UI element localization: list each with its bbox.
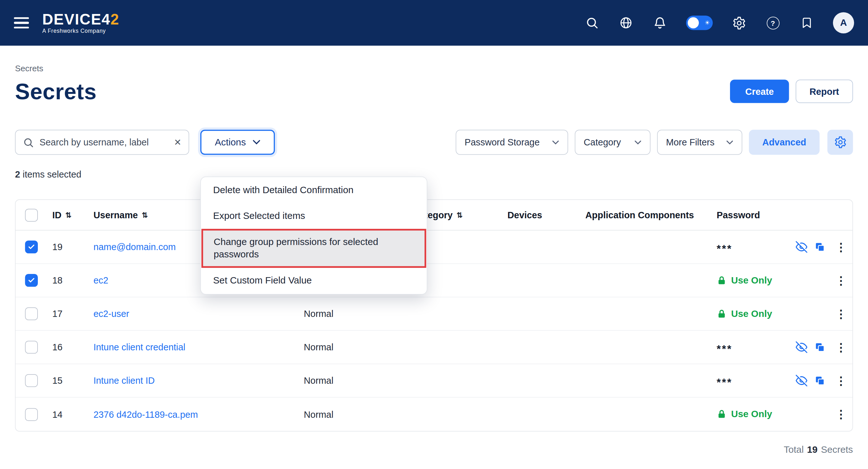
username-link[interactable]: 2376 d42do-1189-ca.pem xyxy=(93,409,198,419)
breadcrumb-item[interactable]: Secrets xyxy=(15,64,43,73)
selection-label: items selected xyxy=(20,169,82,179)
copy-password-icon[interactable] xyxy=(814,242,825,252)
col-header-username[interactable]: Username xyxy=(93,210,138,220)
chevron-down-icon xyxy=(252,140,260,145)
row-menu-icon[interactable]: ⋮ xyxy=(836,275,847,286)
top-navbar: DEVICE42 A Freshworks Company ☀ ? xyxy=(0,0,868,46)
globe-icon[interactable] xyxy=(618,15,634,31)
use-only-badge: Use Only xyxy=(717,409,772,420)
actions-menu-item[interactable]: Export Selected items xyxy=(201,203,427,229)
row-menu-icon[interactable]: ⋮ xyxy=(836,375,847,386)
row-menu-icon[interactable]: ⋮ xyxy=(836,342,847,353)
row-password: *** xyxy=(711,231,830,263)
row-checkbox[interactable] xyxy=(25,341,37,353)
clear-search-icon[interactable]: ✕ xyxy=(174,137,181,148)
actions-menu-item-highlighted[interactable]: Change group permissions for selected pa… xyxy=(202,229,426,268)
row-col-a xyxy=(222,297,299,330)
username-link[interactable]: name@domain.com xyxy=(93,242,176,252)
sort-icon[interactable]: ⇅ xyxy=(142,211,148,219)
theme-toggle[interactable]: ☀ xyxy=(686,16,713,30)
row-category xyxy=(407,331,502,364)
report-button[interactable]: Report xyxy=(796,80,853,103)
bookmark-icon[interactable] xyxy=(799,15,814,31)
table-row: 16Intune client credentialNormal***⋮ xyxy=(16,331,852,364)
row-col-a xyxy=(222,364,299,397)
advanced-button[interactable]: Advanced xyxy=(749,130,820,155)
selection-status: 2 items selected xyxy=(15,169,853,180)
copy-password-icon[interactable] xyxy=(814,376,825,386)
masked-password: *** xyxy=(717,242,732,255)
row-col-a xyxy=(222,331,299,364)
brand-logo[interactable]: DEVICE42 A Freshworks Company xyxy=(42,12,120,34)
row-devices xyxy=(502,264,580,297)
bell-icon[interactable] xyxy=(652,15,668,31)
row-application-components xyxy=(580,331,711,364)
brand-subtitle: A Freshworks Company xyxy=(42,28,120,34)
username-link[interactable]: Intune client credential xyxy=(93,342,185,353)
row-menu-icon[interactable]: ⋮ xyxy=(836,241,847,253)
lock-icon xyxy=(717,275,727,286)
table-settings-button[interactable] xyxy=(827,130,853,155)
row-menu-icon[interactable]: ⋮ xyxy=(836,308,847,319)
app-root: DEVICE42 A Freshworks Company ☀ ? xyxy=(0,0,868,469)
row-password: Use Only xyxy=(711,264,830,297)
reveal-password-icon[interactable] xyxy=(796,375,808,387)
gear-icon[interactable] xyxy=(731,15,747,31)
row-col-b: Normal xyxy=(298,331,407,364)
table-row: 15Intune client IDNormal***⋮ xyxy=(16,364,852,398)
select-all-checkbox[interactable] xyxy=(25,208,37,221)
row-checkbox[interactable] xyxy=(25,274,37,287)
chevron-down-icon xyxy=(726,140,734,144)
username-link[interactable]: ec2 xyxy=(93,275,108,286)
more-filters-dropdown[interactable]: More Filters xyxy=(657,130,742,155)
copy-password-icon[interactable] xyxy=(814,342,825,353)
page-title: Secrets xyxy=(15,79,97,104)
actions-menu-item[interactable]: Delete with Detailed Confirmation xyxy=(201,178,427,203)
search-icon[interactable] xyxy=(584,15,600,31)
actions-label: Actions xyxy=(215,137,246,148)
row-checkbox[interactable] xyxy=(25,374,37,387)
brand-accent: 2 xyxy=(110,11,119,28)
breadcrumb: Secrets xyxy=(15,64,853,74)
row-col-b: Normal xyxy=(298,364,407,397)
table-row: 142376 d42do-1189-ca.pemNormalUse Only⋮ xyxy=(16,398,852,431)
row-checkbox[interactable] xyxy=(25,408,37,421)
row-col-b: Normal xyxy=(298,297,407,330)
reveal-password-icon[interactable] xyxy=(796,241,808,253)
masked-password: *** xyxy=(717,376,732,388)
use-only-badge: Use Only xyxy=(717,308,772,319)
username-link[interactable]: Intune client ID xyxy=(93,376,155,386)
sort-icon[interactable]: ⇅ xyxy=(457,211,463,219)
category-filter[interactable]: Category xyxy=(575,130,651,155)
create-button[interactable]: Create xyxy=(730,80,789,103)
chevron-down-icon xyxy=(552,140,559,144)
search-box-icon xyxy=(23,137,34,148)
total-label: Total xyxy=(784,444,804,456)
sort-icon[interactable]: ⇅ xyxy=(65,211,71,219)
row-category xyxy=(407,297,502,330)
row-menu-icon[interactable]: ⋮ xyxy=(836,409,847,420)
avatar[interactable]: A xyxy=(833,12,854,34)
total-entity: Secrets xyxy=(821,444,853,456)
category-filter-label: Category xyxy=(584,137,621,148)
username-link[interactable]: ec2-user xyxy=(93,309,129,319)
total-count: 19 xyxy=(807,444,817,456)
col-header-id[interactable]: ID xyxy=(53,210,62,220)
menu-icon[interactable] xyxy=(14,17,29,28)
row-application-components xyxy=(580,364,711,397)
reveal-password-icon[interactable] xyxy=(796,342,808,353)
table-body: 19name@domain.com***⋮18ec2AmazonBurntUse… xyxy=(16,231,852,431)
help-icon[interactable]: ? xyxy=(765,15,781,31)
search-input[interactable] xyxy=(39,137,168,148)
avatar-initial: A xyxy=(840,17,847,28)
row-col-b: Normal xyxy=(298,398,407,431)
row-devices xyxy=(502,231,580,263)
row-devices xyxy=(502,297,580,330)
row-application-components xyxy=(580,264,711,297)
actions-dropdown-button[interactable]: Actions xyxy=(200,130,275,155)
row-checkbox[interactable] xyxy=(25,240,37,253)
password-storage-filter[interactable]: Password Storage xyxy=(456,130,568,155)
actions-menu-item[interactable]: Set Custom Field Value xyxy=(201,268,427,294)
row-checkbox[interactable] xyxy=(25,307,37,320)
col-header-application-components: Application Components xyxy=(585,210,694,220)
